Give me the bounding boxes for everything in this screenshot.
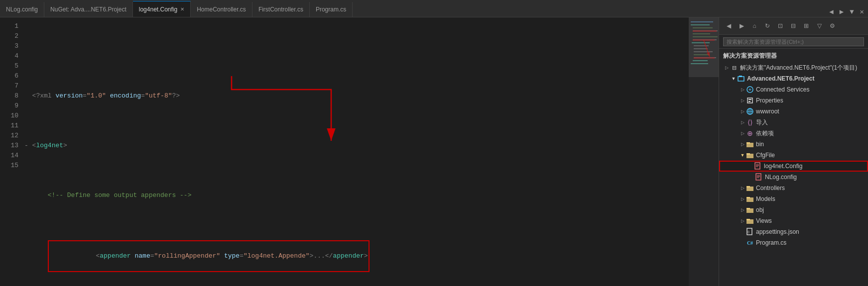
se-bin-label: bin xyxy=(756,141,764,148)
se-www-icon xyxy=(746,107,754,115)
se-item-obj[interactable]: ▷ obj xyxy=(719,204,868,215)
se-www-arrow[interactable]: ▷ xyxy=(739,108,746,115)
se-item-views[interactable]: ▷ Views xyxy=(719,215,868,226)
tab-dropdown[interactable]: ▼ xyxy=(848,7,856,17)
se-views-arrow[interactable]: ▷ xyxy=(739,217,746,224)
svg-rect-50 xyxy=(746,219,750,220)
se-deps-label: 依赖项 xyxy=(756,129,774,138)
svg-rect-46 xyxy=(746,197,750,198)
se-ctrl-label: Controllers xyxy=(756,185,785,191)
se-btn-settings[interactable]: ⚙ xyxy=(827,20,838,31)
svg-rect-44 xyxy=(746,186,750,188)
se-props-arrow[interactable]: ▷ xyxy=(739,97,746,104)
se-www-label: wwwroot xyxy=(756,108,779,115)
svg-rect-34 xyxy=(746,153,750,155)
se-item-appsettings[interactable]: ▷ {} appsettings.json xyxy=(719,226,868,237)
se-item-deps[interactable]: ▷ ⊕ 依赖项 xyxy=(719,128,868,139)
se-item-cfgfile[interactable]: ▼ CfgFile xyxy=(719,150,868,161)
se-item-properties[interactable]: ▷ Properties xyxy=(719,95,868,106)
se-nlog-icon xyxy=(755,173,763,181)
editor-content: 1 2 3 4 5 6 7 8 9 10 11 12 13 14 15 xyxy=(0,17,719,286)
svg-rect-26 xyxy=(748,101,750,102)
se-props-icon xyxy=(746,96,754,104)
se-btn-show-all[interactable]: ⊞ xyxy=(801,20,812,31)
se-item-models[interactable]: ▷ Models xyxy=(719,193,868,204)
se-item-wwwroot[interactable]: ▷ wwwroot xyxy=(719,106,868,117)
se-connected-icon xyxy=(746,86,754,94)
se-cfg-label: CfgFile xyxy=(756,152,775,159)
se-ctrl-icon xyxy=(746,184,754,192)
se-project-icon xyxy=(737,75,745,83)
se-log4net-label: log4net.Config xyxy=(764,163,802,170)
se-solution-label: 解决方案"Advanced.NET6.Project"(1个项目) xyxy=(740,64,857,72)
line-numbers: 1 2 3 4 5 6 7 8 9 10 11 12 13 14 15 xyxy=(0,17,22,286)
svg-rect-48 xyxy=(746,208,750,209)
tab-nuget[interactable]: NuGet: Adva....NET6.Project xyxy=(44,2,133,17)
se-item-controllers[interactable]: ▷ Controllers xyxy=(719,183,868,193)
tab-scroll-left[interactable]: ◀ xyxy=(827,6,835,17)
se-item-program-cs[interactable]: ▷ C# Program.cs xyxy=(719,237,868,248)
se-solution-arrow[interactable]: ▷ xyxy=(723,64,730,71)
main-area: 1 2 3 4 5 6 7 8 9 10 11 12 13 14 15 xyxy=(0,17,868,286)
se-btn-refresh[interactable]: ↻ xyxy=(762,20,773,31)
se-item-nlog-config[interactable]: ▷ NLog.config xyxy=(719,172,868,183)
tab-scroll-right[interactable]: ▶ xyxy=(838,6,846,17)
minimap[interactable] xyxy=(689,17,719,286)
se-tree[interactable]: ▷ ⊟ 解决方案"Advanced.NET6.Project"(1个项目) ▼ … xyxy=(719,62,868,286)
tab-nlog[interactable]: NLog.config xyxy=(0,2,44,17)
code-line-1: <?xml version="1.0" encoding="utf-8"?> xyxy=(24,91,689,101)
minimap-viewport xyxy=(689,17,719,77)
se-obj-icon xyxy=(746,206,754,214)
se-btn-sync[interactable]: ⊡ xyxy=(775,20,786,31)
tab-log4net[interactable]: log4net.Config ✕ xyxy=(133,1,191,17)
se-bin-arrow[interactable]: ▷ xyxy=(739,141,746,148)
tab-home[interactable]: HomeController.cs xyxy=(191,2,252,17)
tab-first[interactable]: FirstController.cs xyxy=(252,2,310,17)
svg-rect-21 xyxy=(738,77,744,81)
se-obj-arrow[interactable]: ▷ xyxy=(739,206,746,213)
se-btn-forward[interactable]: ▶ xyxy=(736,20,747,31)
se-models-label: Models xyxy=(756,195,775,202)
svg-rect-22 xyxy=(739,76,742,77)
se-log4net-icon xyxy=(754,162,762,170)
solution-explorer: ◀ ▶ ⌂ ↻ ⊡ ⊟ ⊞ ▽ ⚙ 解决方案资源管理器 ▷ ⊟ 解决方案"Adv… xyxy=(719,17,868,286)
se-connected-arrow[interactable]: ▷ xyxy=(739,86,746,93)
se-project-root[interactable]: ▼ Advanced.NET6.Project xyxy=(719,73,868,84)
se-models-arrow[interactable]: ▷ xyxy=(739,195,746,202)
se-item-import[interactable]: ▷ ⟨⟩ 导入 xyxy=(719,117,868,128)
se-project-arrow[interactable]: ▼ xyxy=(730,75,737,82)
se-item-log4net-config[interactable]: ▷ log4net.Config xyxy=(719,161,868,172)
se-panel-title: 解决方案资源管理器 xyxy=(719,49,868,62)
se-item-connected[interactable]: ▷ Connected Services xyxy=(719,84,868,95)
tab-bar: NLog.config NuGet: Adva....NET6.Project … xyxy=(0,0,868,17)
se-search-input[interactable] xyxy=(723,37,864,46)
se-cfg-arrow[interactable]: ▼ xyxy=(739,152,746,159)
code-line-3: <!-- Define some output appenders --> xyxy=(24,191,689,200)
se-search-bar xyxy=(719,35,868,49)
se-item-bin[interactable]: ▷ bin xyxy=(719,139,868,150)
se-prog-label: Program.cs xyxy=(756,239,786,246)
tab-program[interactable]: Program.cs xyxy=(310,2,353,17)
code-line-4: <appender name="rollingAppender" type="l… xyxy=(24,240,689,272)
se-btn-collapse[interactable]: ⊟ xyxy=(788,20,799,31)
svg-rect-25 xyxy=(748,99,751,100)
se-btn-filter[interactable]: ▽ xyxy=(814,20,825,31)
se-ctrl-arrow[interactable]: ▷ xyxy=(739,185,746,191)
se-prog-icon: C# xyxy=(746,239,754,247)
se-deps-arrow[interactable]: ▷ xyxy=(739,130,746,137)
tab-close-all[interactable]: ✕ xyxy=(858,6,866,17)
se-project-label: Advanced.NET6.Project xyxy=(747,75,814,82)
se-import-arrow[interactable]: ▷ xyxy=(739,119,746,126)
se-props-label: Properties xyxy=(756,97,783,104)
se-btn-back[interactable]: ◀ xyxy=(723,20,734,31)
se-solution-root[interactable]: ▷ ⊟ 解决方案"Advanced.NET6.Project"(1个项目) xyxy=(719,62,868,73)
se-btn-home[interactable]: ⌂ xyxy=(749,20,760,31)
se-solution-icon: ⊟ xyxy=(730,64,738,72)
code-area[interactable]: <?xml version="1.0" encoding="utf-8"?> -… xyxy=(22,17,689,286)
editor-area: 1 2 3 4 5 6 7 8 9 10 11 12 13 14 15 xyxy=(0,17,719,286)
se-views-label: Views xyxy=(756,217,772,224)
se-import-icon: ⟨⟩ xyxy=(746,118,754,126)
se-import-label: 导入 xyxy=(756,118,768,127)
se-obj-label: obj xyxy=(756,206,764,213)
tab-close-log4net[interactable]: ✕ xyxy=(180,6,184,12)
